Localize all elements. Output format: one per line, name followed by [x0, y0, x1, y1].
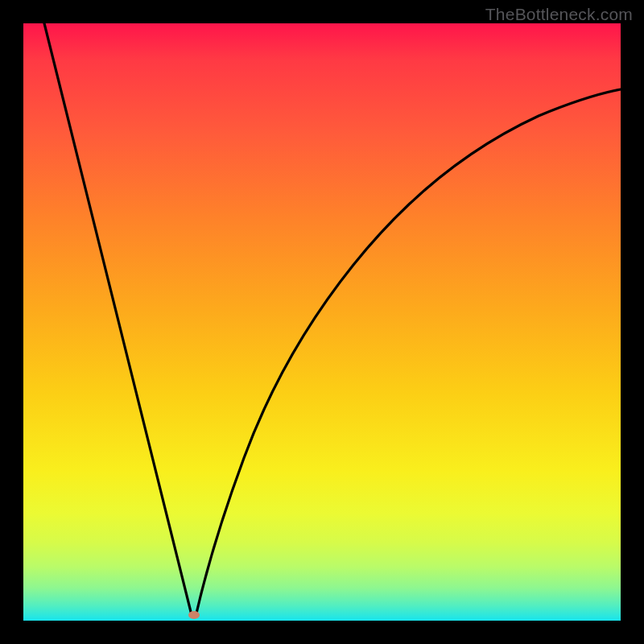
bottleneck-curve	[23, 23, 621, 621]
plot-area	[23, 23, 621, 621]
watermark-text: TheBottleneck.com	[485, 5, 633, 24]
curve-right-branch	[196, 89, 621, 617]
min-marker-dot	[188, 611, 200, 619]
chart-frame: TheBottleneck.com	[0, 0, 644, 644]
curve-left-branch	[44, 23, 192, 615]
